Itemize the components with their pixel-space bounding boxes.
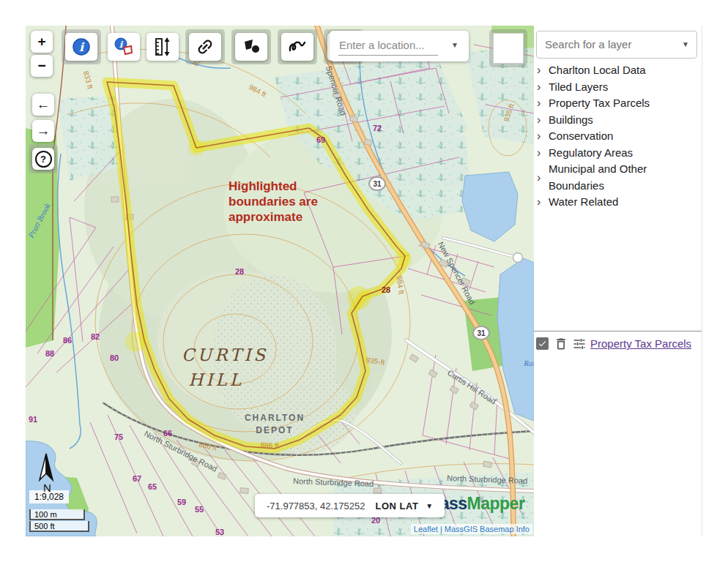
scalebar-metric: 100 m	[29, 509, 85, 520]
map-attribution[interactable]: Leaflet | MassGIS Basemap Info	[411, 524, 532, 534]
check-icon	[538, 339, 547, 348]
tree-item-conservation[interactable]: ›Conservation	[534, 128, 702, 145]
chevron-right-icon[interactable]: ›	[537, 172, 549, 184]
map-label: 72	[373, 124, 382, 132]
info-icon: i	[72, 37, 91, 56]
permalink-button[interactable]	[189, 33, 221, 61]
map-label: 75	[114, 432, 123, 441]
chevron-right-icon[interactable]: ›	[537, 130, 549, 142]
trash-icon[interactable]	[554, 337, 568, 351]
map-canvas[interactable]: 3131 Highlightedboundaries areapproximat…	[26, 26, 534, 536]
measure-icon	[153, 37, 172, 57]
chevron-right-icon[interactable]: ›	[537, 196, 549, 208]
basemap: 3131 Highlightedboundaries areapproximat…	[26, 26, 534, 536]
map-label: 55	[195, 505, 204, 514]
help-button-halo: ?	[29, 144, 58, 173]
layer-visibility-checkbox[interactable]	[536, 337, 549, 350]
tree-item-label: Conservation	[549, 128, 613, 145]
link-icon	[196, 37, 215, 56]
info-button-halo: i	[62, 29, 101, 64]
chevron-right-icon[interactable]: ›	[537, 147, 549, 159]
identify-polygon-icon: i	[114, 37, 133, 56]
tree-item-label: Buildings	[549, 112, 593, 129]
chevron-right-icon[interactable]: ›	[537, 114, 549, 126]
chevron-right-icon[interactable]: ›	[537, 81, 549, 93]
north-label: N	[43, 482, 51, 494]
history-back-button[interactable]: ←	[32, 94, 54, 116]
input-underline	[338, 55, 438, 56]
map-label: 69	[316, 135, 325, 144]
tree-item-label: Municipal and Other Boundaries	[549, 161, 702, 194]
tree-item-label: Regulatory Areas	[549, 145, 633, 162]
zoom-in-button[interactable]: +	[31, 31, 53, 53]
zoom-control: + −	[31, 31, 53, 79]
logo-mapper: Mapper	[467, 494, 525, 513]
blank-button-halo	[489, 29, 527, 67]
map-label: 80	[110, 353, 119, 362]
info-button[interactable]: i	[65, 33, 97, 61]
map-label: Highlighted	[229, 179, 297, 193]
link-button-halo	[185, 29, 225, 64]
tree-item-tiled-layers[interactable]: ›Tiled Layers	[534, 79, 702, 96]
map-label: HILL	[188, 370, 244, 389]
tune-icon[interactable]	[572, 337, 587, 351]
map-label: DEPOT	[256, 425, 293, 435]
unlabeled-map-button[interactable]	[493, 33, 524, 64]
coordinate-readout[interactable]: -71.977853, 42.175252 LON LAT ▼	[255, 494, 445, 517]
route-shield-label: 31	[373, 180, 382, 188]
map-label: 91	[29, 415, 37, 424]
map-label: 82	[91, 332, 100, 341]
map-label: 65	[148, 482, 157, 491]
location-search-placeholder: Enter a location...	[339, 39, 425, 51]
tree-item-label: Charlton Local Data	[549, 62, 646, 79]
map-label: 67	[133, 474, 141, 483]
chevron-down-icon[interactable]: ▼	[451, 41, 458, 49]
layer-search-placeholder: Search for a layer	[545, 38, 631, 50]
map-label: 88	[45, 349, 54, 358]
map-label: Rai	[523, 359, 534, 367]
chevron-right-icon[interactable]: ›	[537, 64, 549, 76]
tree-item-label: Property Tax Parcels	[549, 95, 650, 112]
coordinate-format: LON LAT	[375, 501, 418, 512]
attribution-text[interactable]: Leaflet | MassGIS Basemap Info	[414, 525, 530, 533]
draw-button[interactable]	[281, 33, 313, 61]
arrow-left-icon[interactable]: ←	[32, 94, 54, 116]
map-label: 66	[163, 429, 172, 438]
chevron-down-icon[interactable]: ▼	[682, 40, 689, 48]
help-button[interactable]: ?	[32, 148, 54, 170]
panel-divider	[534, 331, 702, 331]
zoom-out-button[interactable]: −	[31, 55, 53, 77]
map-label: approximate	[229, 210, 302, 224]
tree-item-charlton-local-data[interactable]: ›Charlton Local Data	[534, 62, 702, 79]
active-layer-link[interactable]: Property Tax Parcels	[590, 336, 700, 351]
map-label: boundaries are	[229, 195, 318, 209]
identify-polygon-button[interactable]: i	[108, 33, 140, 61]
map-label: 59	[177, 498, 186, 506]
layer-panel: Search for a layer ▼ ›Charlton Local Dat…	[534, 26, 702, 536]
tree-item-water-related[interactable]: ›Water Related	[534, 194, 702, 211]
north-arrow: N	[31, 452, 61, 498]
chevron-right-icon[interactable]: ›	[537, 97, 549, 109]
measure-button[interactable]	[146, 33, 179, 61]
arrow-right-icon[interactable]: →	[32, 120, 54, 142]
location-search[interactable]: Enter a location... ▼	[330, 31, 469, 61]
map-label: 86	[63, 336, 72, 345]
tree-item-property-tax-parcels[interactable]: ›Property Tax Parcels	[534, 95, 702, 112]
layer-search-select[interactable]: Search for a layer ▼	[536, 31, 697, 59]
map-label: 53	[215, 528, 224, 536]
tree-item-label: Water Related	[549, 194, 618, 211]
draw-icon	[287, 37, 308, 56]
select-shapes-icon	[242, 37, 261, 56]
history-forward-button[interactable]: →	[32, 120, 54, 142]
select-shapes-button[interactable]	[235, 33, 267, 61]
route-shield-label: 31	[477, 329, 486, 337]
question-icon: ?	[35, 151, 52, 168]
tree-item-regulatory-areas[interactable]: ›Regulatory Areas	[534, 145, 702, 162]
chevron-down-icon[interactable]: ▼	[426, 502, 433, 510]
map-toolbar: i i	[62, 29, 370, 64]
map-label: CURTIS	[182, 345, 268, 364]
coordinates-value: -71.977853, 42.175252	[267, 501, 365, 512]
tree-item-municipal-and-other-boundaries[interactable]: ›Municipal and Other Boundaries	[534, 161, 702, 194]
tree-item-buildings[interactable]: ›Buildings	[534, 112, 702, 129]
select-shapes-button-halo	[231, 29, 271, 64]
